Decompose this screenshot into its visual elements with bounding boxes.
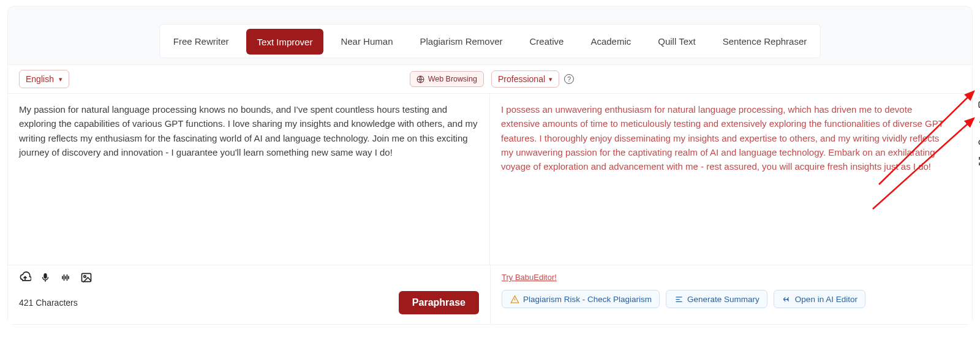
language-select[interactable]: English ▾ [19,70,69,88]
toolbar: English ▾ Web Browsing Professional ▾ ? [8,64,972,94]
summary-icon [674,294,684,304]
tab-plagiarism-remover[interactable]: Plagiarism Remover [406,25,516,58]
generate-summary-chip[interactable]: Generate Summary [666,290,767,308]
tab-text-improver[interactable]: Text Improver [246,29,324,55]
upload-icon[interactable] [19,271,31,284]
panes: My passion for natural language processi… [8,94,972,265]
editor-icon [782,294,791,304]
web-browsing-toggle[interactable]: Web Browsing [410,71,484,87]
character-count: 421 Characters [19,298,78,308]
app-card: Free Rewriter Text Improver Near Human P… [7,6,973,325]
tab-sentence-rephraser[interactable]: Sentence Rephraser [709,25,821,58]
right-toolbar: Professional ▾ ? [484,70,961,88]
tone-select[interactable]: Professional ▾ [491,70,559,88]
bottom-bar: 421 Characters Paraphrase Try BabuEditor… [8,265,972,324]
copy-icon[interactable] [977,100,980,112]
tab-free-rewriter[interactable]: Free Rewriter [160,25,243,58]
svg-rect-4 [82,273,91,281]
bottom-left: 421 Characters Paraphrase [8,265,490,324]
tab-quill-text[interactable]: Quill Text [644,25,709,58]
chip-row: Plagiarism Risk - Check Plagiarism Gener… [491,285,972,318]
chevron-down-icon: ▾ [59,75,62,83]
try-link-row: Try BabuEditor! [491,265,972,285]
chevron-down-icon: ▾ [549,75,552,83]
download-icon[interactable] [977,137,980,149]
tab-academic[interactable]: Academic [577,25,644,58]
language-select-label: English [26,74,54,84]
globe-icon [417,75,424,83]
svg-rect-3 [44,273,47,278]
bottom-left-lower: 421 Characters Paraphrase [8,286,490,324]
delete-icon[interactable] [977,118,980,131]
tone-select-label: Professional [498,74,545,84]
input-pane: My passion for natural language processi… [8,94,490,265]
tab-bar: Free Rewriter Text Improver Near Human P… [159,24,821,58]
tab-creative[interactable]: Creative [516,25,578,58]
tab-near-human[interactable]: Near Human [327,25,406,58]
web-browsing-label: Web Browsing [428,75,477,83]
audio-wave-icon[interactable] [59,271,72,284]
tabs-wrap: Free Rewriter Text Improver Near Human P… [8,7,972,58]
input-text[interactable]: My passion for natural language processi… [8,94,489,168]
editor-chip-label: Open in AI Editor [795,295,858,304]
bottom-right: Try BabuEditor! Plagiarism Risk - Check … [490,265,972,324]
expand-icon[interactable] [977,155,980,167]
help-icon[interactable]: ? [564,74,574,84]
svg-point-5 [84,276,86,278]
left-toolbar: English ▾ Web Browsing [19,70,484,88]
plagiarism-chip-label: Plagiarism Risk - Check Plagiarism [523,295,652,304]
output-side-icons [977,100,980,167]
output-pane: I possess an unwavering enthusiasm for n… [490,94,972,265]
open-ai-editor-chip[interactable]: Open in AI Editor [774,290,865,308]
try-babueditor-link[interactable]: Try BabuEditor! [502,273,557,282]
summary-chip-label: Generate Summary [687,295,760,304]
image-icon[interactable] [80,271,92,284]
input-action-icons [8,265,490,286]
microphone-icon[interactable] [40,272,51,283]
plagiarism-check-chip[interactable]: Plagiarism Risk - Check Plagiarism [502,290,660,308]
warning-icon [510,294,519,304]
paraphrase-button[interactable]: Paraphrase [399,291,479,314]
output-text: I possess an unwavering enthusiasm for n… [490,94,972,182]
